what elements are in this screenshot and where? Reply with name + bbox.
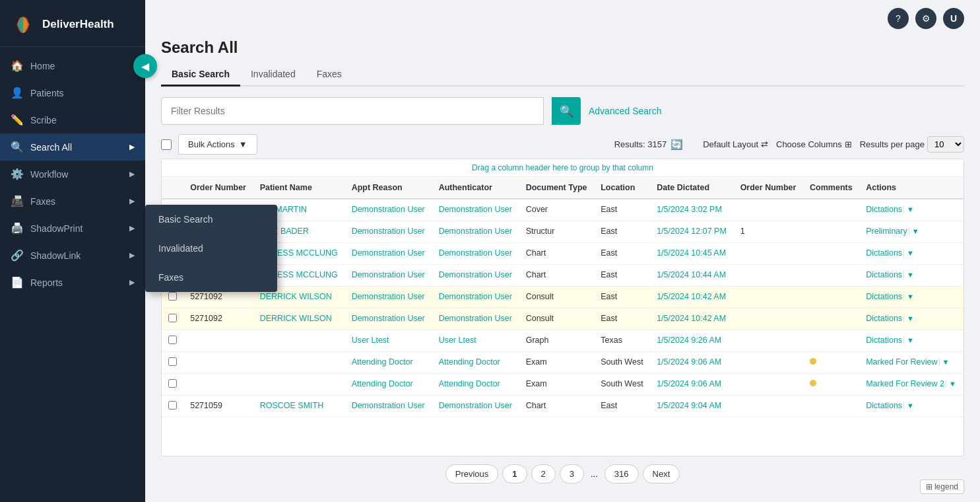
action-chevron-icon[interactable]: ▼ [903, 336, 914, 344]
date-dictated-link[interactable]: 1/5/2024 10:42 AM [657, 292, 726, 301]
date-dictated-link[interactable]: 1/5/2024 9:26 AM [657, 336, 721, 345]
action-chevron-icon[interactable]: ▼ [946, 380, 956, 388]
legend-button[interactable]: ⊞ legend [920, 480, 964, 494]
results-per-page-select[interactable]: 10 25 50 100 [927, 136, 964, 153]
sidebar-item-home[interactable]: 🏠 Home [0, 52, 145, 79]
authenticator-link[interactable]: Demonstration User [439, 248, 512, 258]
action-button[interactable]: Dictations [866, 270, 902, 279]
col-authenticator[interactable]: Authenticator [432, 177, 519, 199]
date-dictated-link[interactable]: 1/5/2024 10:44 AM [657, 270, 726, 279]
page-button-3[interactable]: 3 [560, 464, 584, 484]
row-checkbox[interactable] [168, 379, 177, 388]
appt-reason-link[interactable]: User Ltest [352, 336, 389, 345]
authenticator-link[interactable]: Attending Doctor [439, 357, 500, 367]
col-order[interactable]: Order Number [183, 177, 253, 199]
sidebar-collapse-button[interactable]: ◀ [133, 54, 157, 78]
row-checkbox[interactable] [168, 336, 177, 344]
choose-columns-button[interactable]: Choose Columns ⊞ [776, 139, 852, 149]
page-button-2[interactable]: 2 [531, 464, 556, 484]
action-chevron-icon[interactable]: ▼ [903, 314, 914, 322]
sidebar-item-scribe[interactable]: ✏️ Scribe [0, 106, 145, 133]
col-comments[interactable]: Comments [803, 177, 859, 199]
user-menu-button[interactable]: U [943, 8, 964, 29]
action-button[interactable]: Dictations [866, 336, 902, 345]
default-layout-button[interactable]: Default Layout ⇄ [703, 139, 768, 149]
appt-reason-link[interactable]: Demonstration User [352, 314, 425, 323]
select-all-checkbox[interactable] [161, 139, 172, 150]
sidebar-item-shadowlink[interactable]: 🔗 ShadowLink ▶ [0, 242, 145, 269]
action-button[interactable]: Dictations [866, 292, 902, 301]
action-chevron-icon[interactable]: ▼ [903, 271, 914, 279]
action-button[interactable]: Dictations [866, 314, 902, 323]
appt-reason-link[interactable]: Demonstration User [352, 248, 425, 258]
authenticator-link[interactable]: Demonstration User [439, 401, 512, 410]
action-button[interactable]: Dictations [866, 205, 902, 214]
row-checkbox[interactable] [168, 292, 177, 301]
action-button[interactable]: Marked For Review 2 [866, 379, 944, 388]
col-date-dictated[interactable]: Date Dictated [650, 177, 733, 199]
authenticator-link[interactable]: Demonstration User [439, 270, 512, 279]
appt-reason-link[interactable]: Demonstration User [352, 270, 425, 279]
search-button[interactable]: 🔍 [552, 97, 581, 125]
page-button-1[interactable]: 1 [502, 464, 527, 484]
action-chevron-icon[interactable]: ▼ [903, 402, 914, 410]
sidebar-item-faxes[interactable]: 📠 Faxes ▶ [0, 188, 145, 215]
patient-name-link[interactable]: DERRICK WILSON [260, 314, 332, 323]
date-dictated-link[interactable]: 1/5/2024 9:04 AM [657, 401, 721, 410]
row-checkbox[interactable] [168, 357, 177, 366]
dropdown-item-invalidated[interactable]: Invalidated [145, 234, 277, 263]
col-location[interactable]: Location [594, 177, 650, 199]
row-checkbox[interactable] [168, 401, 177, 410]
next-button[interactable]: Next [643, 464, 680, 484]
col-doc-type[interactable]: Document Type [519, 177, 595, 199]
authenticator-link[interactable]: Demonstration User [439, 227, 512, 236]
appt-reason-link[interactable]: Attending Doctor [352, 357, 413, 367]
col-patient[interactable]: Patient Name [253, 177, 345, 199]
action-chevron-icon[interactable]: ▼ [903, 205, 914, 213]
refresh-icon[interactable]: 🔄 [670, 139, 683, 151]
appt-reason-link[interactable]: Attending Doctor [352, 379, 413, 388]
help-button[interactable]: ? [888, 8, 909, 29]
col-appt-reason[interactable]: Appt Reason [345, 177, 432, 199]
date-dictated-link[interactable]: 1/5/2024 9:06 AM [657, 379, 721, 388]
action-chevron-icon[interactable]: ▼ [903, 293, 914, 301]
appt-reason-link[interactable]: Demonstration User [352, 401, 425, 410]
date-dictated-link[interactable]: 1/5/2024 12:07 PM [657, 227, 727, 236]
action-button[interactable]: Dictations [866, 401, 902, 410]
settings-button[interactable]: ⚙ [915, 8, 936, 29]
tab-invalidated[interactable]: Invalidated [240, 63, 306, 87]
advanced-search-link[interactable]: Advanced Search [589, 106, 662, 116]
dropdown-item-faxes[interactable]: Faxes [145, 263, 277, 292]
authenticator-link[interactable]: Demonstration User [439, 292, 512, 301]
date-dictated-link[interactable]: 1/5/2024 10:42 AM [657, 314, 726, 323]
appt-reason-link[interactable]: Demonstration User [352, 205, 425, 214]
authenticator-link[interactable]: Demonstration User [439, 205, 512, 214]
patient-name-link[interactable]: DERRICK WILSON [260, 292, 332, 301]
appt-reason-link[interactable]: Demonstration User [352, 292, 425, 301]
search-input[interactable] [161, 97, 544, 125]
bulk-actions-button[interactable]: Bulk Actions ▼ [178, 134, 257, 155]
date-dictated-link[interactable]: 1/5/2024 10:45 AM [657, 248, 726, 258]
authenticator-link[interactable]: Attending Doctor [439, 379, 500, 388]
authenticator-link[interactable]: Demonstration User [439, 314, 512, 323]
appt-reason-link[interactable]: Demonstration User [352, 227, 425, 236]
sidebar-item-patients[interactable]: 👤 Patients [0, 79, 145, 106]
action-button[interactable]: Dictations [866, 248, 902, 258]
action-chevron-icon[interactable]: ▼ [909, 227, 919, 235]
previous-button[interactable]: Previous [445, 464, 499, 484]
patient-name-link[interactable]: ROSCOE SMITH [260, 401, 324, 410]
page-button-last[interactable]: 316 [604, 464, 639, 484]
date-dictated-link[interactable]: 1/5/2024 3:02 PM [657, 205, 722, 214]
action-chevron-icon[interactable]: ▼ [939, 358, 950, 366]
action-button[interactable]: Marked For Review [866, 357, 937, 367]
sidebar-item-reports[interactable]: 📄 Reports ▶ [0, 269, 145, 296]
action-chevron-icon[interactable]: ▼ [903, 249, 914, 257]
action-button[interactable]: Preliminary [866, 227, 907, 236]
col-order-number[interactable]: Order Number [734, 177, 803, 199]
sidebar-item-search-all[interactable]: 🔍 Search All ▶ [0, 133, 145, 161]
sidebar-item-workflow[interactable]: ⚙️ Workflow ▶ [0, 161, 145, 188]
dropdown-item-basic-search[interactable]: Basic Search [145, 205, 277, 234]
date-dictated-link[interactable]: 1/5/2024 9:06 AM [657, 357, 721, 367]
tab-faxes[interactable]: Faxes [306, 63, 352, 87]
authenticator-link[interactable]: User Ltest [439, 336, 476, 345]
